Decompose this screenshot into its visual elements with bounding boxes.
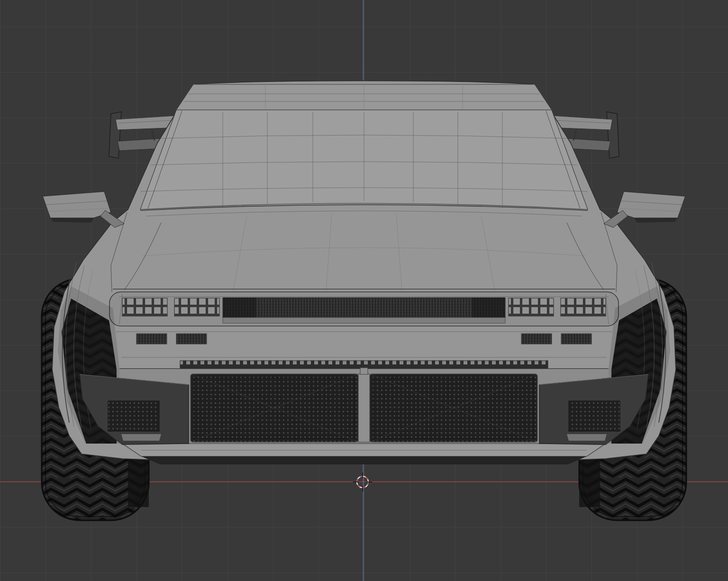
underbody-shadow <box>141 456 587 464</box>
car-object[interactable] <box>42 81 686 521</box>
side-mirror-right <box>604 191 685 227</box>
wing-endplate-right <box>607 112 619 158</box>
3d-viewport[interactable] <box>0 0 728 581</box>
lower-fascia <box>119 368 609 444</box>
wing-endplate-left <box>109 112 121 158</box>
headlight-center-mesh <box>223 298 505 318</box>
viewport-canvas[interactable] <box>0 0 728 581</box>
front-splitter <box>122 444 606 464</box>
grille-center-divider <box>358 374 370 442</box>
bumper-vent-strip <box>180 361 548 368</box>
side-mirror-left <box>43 191 124 227</box>
